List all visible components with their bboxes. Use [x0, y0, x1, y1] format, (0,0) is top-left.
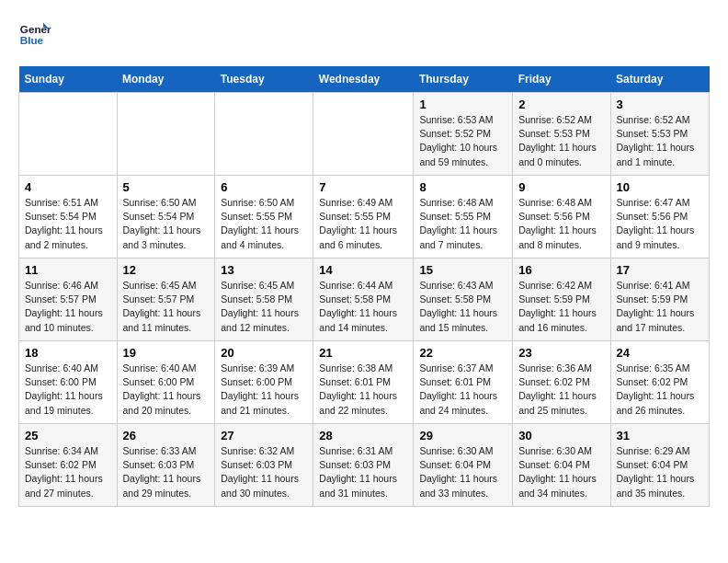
logo-icon: General Blue [18, 18, 51, 52]
calendar-cell: 2Sunrise: 6:52 AM Sunset: 5:53 PM Daylig… [513, 93, 610, 176]
day-number: 14 [319, 263, 407, 277]
calendar-cell: 22Sunrise: 6:37 AM Sunset: 6:01 PM Dayli… [414, 341, 513, 424]
day-info: Sunrise: 6:34 AM Sunset: 6:02 PM Dayligh… [25, 444, 111, 500]
day-info: Sunrise: 6:46 AM Sunset: 5:57 PM Dayligh… [25, 279, 111, 335]
calendar-week-2: 4Sunrise: 6:51 AM Sunset: 5:54 PM Daylig… [19, 176, 710, 259]
day-number: 9 [518, 180, 604, 194]
day-number: 10 [617, 180, 703, 194]
day-number: 25 [25, 429, 111, 442]
day-info: Sunrise: 6:45 AM Sunset: 5:57 PM Dayligh… [123, 279, 210, 335]
calendar-cell: 26Sunrise: 6:33 AM Sunset: 6:03 PM Dayli… [117, 424, 215, 507]
weekday-header-saturday: Saturday [610, 66, 709, 93]
calendar-header: SundayMondayTuesdayWednesdayThursdayFrid… [19, 66, 710, 93]
calendar-cell: 29Sunrise: 6:30 AM Sunset: 6:04 PM Dayli… [414, 424, 513, 507]
calendar-cell: 13Sunrise: 6:45 AM Sunset: 5:58 PM Dayli… [215, 259, 313, 341]
calendar-cell: 25Sunrise: 6:34 AM Sunset: 6:02 PM Dayli… [19, 424, 118, 507]
calendar-week-4: 18Sunrise: 6:40 AM Sunset: 6:00 PM Dayli… [19, 341, 710, 424]
day-info: Sunrise: 6:44 AM Sunset: 5:58 PM Dayligh… [319, 279, 407, 335]
day-number: 1 [419, 98, 506, 111]
weekday-header-sunday: Sunday [19, 66, 118, 93]
day-number: 16 [518, 263, 604, 277]
calendar-body: 1Sunrise: 6:53 AM Sunset: 5:52 PM Daylig… [19, 93, 710, 507]
calendar-cell: 16Sunrise: 6:42 AM Sunset: 5:59 PM Dayli… [513, 259, 610, 341]
day-info: Sunrise: 6:38 AM Sunset: 6:01 PM Dayligh… [319, 362, 407, 418]
calendar-week-1: 1Sunrise: 6:53 AM Sunset: 5:52 PM Daylig… [19, 93, 710, 176]
day-number: 3 [617, 98, 703, 111]
calendar-week-3: 11Sunrise: 6:46 AM Sunset: 5:57 PM Dayli… [19, 259, 710, 341]
weekday-header-thursday: Thursday [414, 66, 513, 93]
day-info: Sunrise: 6:33 AM Sunset: 6:03 PM Dayligh… [123, 444, 210, 500]
day-info: Sunrise: 6:52 AM Sunset: 5:53 PM Dayligh… [617, 113, 703, 169]
calendar-cell: 21Sunrise: 6:38 AM Sunset: 6:01 PM Dayli… [313, 341, 414, 424]
logo: General Blue [18, 18, 51, 52]
calendar-cell [117, 93, 215, 176]
calendar-cell: 18Sunrise: 6:40 AM Sunset: 6:00 PM Dayli… [19, 341, 118, 424]
day-number: 12 [123, 263, 210, 277]
day-info: Sunrise: 6:45 AM Sunset: 5:58 PM Dayligh… [221, 279, 307, 335]
calendar-cell: 17Sunrise: 6:41 AM Sunset: 5:59 PM Dayli… [610, 259, 709, 341]
day-number: 26 [123, 429, 210, 442]
weekday-header-row: SundayMondayTuesdayWednesdayThursdayFrid… [19, 66, 710, 93]
day-number: 5 [123, 180, 210, 194]
day-number: 13 [221, 263, 307, 277]
day-number: 22 [419, 346, 506, 360]
calendar-cell: 9Sunrise: 6:48 AM Sunset: 5:56 PM Daylig… [513, 176, 610, 259]
weekday-header-wednesday: Wednesday [313, 66, 414, 93]
day-number: 21 [319, 346, 407, 360]
calendar-cell [313, 93, 414, 176]
calendar-cell: 19Sunrise: 6:40 AM Sunset: 6:00 PM Dayli… [117, 341, 215, 424]
calendar-cell: 14Sunrise: 6:44 AM Sunset: 5:58 PM Dayli… [313, 259, 414, 341]
day-info: Sunrise: 6:40 AM Sunset: 6:00 PM Dayligh… [25, 362, 111, 418]
calendar-cell: 23Sunrise: 6:36 AM Sunset: 6:02 PM Dayli… [513, 341, 610, 424]
page-header: General Blue [18, 18, 710, 52]
weekday-header-friday: Friday [513, 66, 610, 93]
calendar-cell: 12Sunrise: 6:45 AM Sunset: 5:57 PM Dayli… [117, 259, 215, 341]
day-info: Sunrise: 6:52 AM Sunset: 5:53 PM Dayligh… [518, 113, 604, 169]
day-number: 6 [221, 180, 307, 194]
calendar-cell: 4Sunrise: 6:51 AM Sunset: 5:54 PM Daylig… [19, 176, 118, 259]
calendar-cell: 11Sunrise: 6:46 AM Sunset: 5:57 PM Dayli… [19, 259, 118, 341]
weekday-header-tuesday: Tuesday [215, 66, 313, 93]
calendar-cell [19, 93, 118, 176]
day-number: 28 [319, 429, 407, 442]
day-info: Sunrise: 6:42 AM Sunset: 5:59 PM Dayligh… [518, 279, 604, 335]
calendar-cell: 30Sunrise: 6:30 AM Sunset: 6:04 PM Dayli… [513, 424, 610, 507]
day-info: Sunrise: 6:40 AM Sunset: 6:00 PM Dayligh… [123, 362, 210, 418]
day-info: Sunrise: 6:43 AM Sunset: 5:58 PM Dayligh… [419, 279, 506, 335]
day-number: 15 [419, 263, 506, 277]
day-info: Sunrise: 6:30 AM Sunset: 6:04 PM Dayligh… [419, 444, 506, 500]
day-number: 7 [319, 180, 407, 194]
calendar-cell: 24Sunrise: 6:35 AM Sunset: 6:02 PM Dayli… [610, 341, 709, 424]
day-info: Sunrise: 6:30 AM Sunset: 6:04 PM Dayligh… [518, 444, 604, 500]
day-info: Sunrise: 6:50 AM Sunset: 5:54 PM Dayligh… [123, 196, 210, 252]
day-info: Sunrise: 6:36 AM Sunset: 6:02 PM Dayligh… [518, 362, 604, 418]
calendar-cell [215, 93, 313, 176]
day-info: Sunrise: 6:29 AM Sunset: 6:04 PM Dayligh… [617, 444, 703, 500]
day-info: Sunrise: 6:37 AM Sunset: 6:01 PM Dayligh… [419, 362, 506, 418]
calendar-cell: 1Sunrise: 6:53 AM Sunset: 5:52 PM Daylig… [414, 93, 513, 176]
calendar-cell: 27Sunrise: 6:32 AM Sunset: 6:03 PM Dayli… [215, 424, 313, 507]
calendar-cell: 31Sunrise: 6:29 AM Sunset: 6:04 PM Dayli… [610, 424, 709, 507]
calendar-cell: 15Sunrise: 6:43 AM Sunset: 5:58 PM Dayli… [414, 259, 513, 341]
day-info: Sunrise: 6:41 AM Sunset: 5:59 PM Dayligh… [617, 279, 703, 335]
day-number: 18 [25, 346, 111, 360]
calendar-cell: 28Sunrise: 6:31 AM Sunset: 6:03 PM Dayli… [313, 424, 414, 507]
day-info: Sunrise: 6:47 AM Sunset: 5:56 PM Dayligh… [617, 196, 703, 252]
calendar-cell: 3Sunrise: 6:52 AM Sunset: 5:53 PM Daylig… [610, 93, 709, 176]
day-info: Sunrise: 6:48 AM Sunset: 5:56 PM Dayligh… [518, 196, 604, 252]
calendar-cell: 7Sunrise: 6:49 AM Sunset: 5:55 PM Daylig… [313, 176, 414, 259]
day-info: Sunrise: 6:49 AM Sunset: 5:55 PM Dayligh… [319, 196, 407, 252]
day-number: 27 [221, 429, 307, 442]
day-info: Sunrise: 6:35 AM Sunset: 6:02 PM Dayligh… [617, 362, 703, 418]
day-number: 31 [617, 429, 703, 442]
day-number: 24 [617, 346, 703, 360]
day-number: 11 [25, 263, 111, 277]
day-number: 8 [419, 180, 506, 194]
day-number: 30 [518, 429, 604, 442]
day-info: Sunrise: 6:50 AM Sunset: 5:55 PM Dayligh… [221, 196, 307, 252]
day-info: Sunrise: 6:31 AM Sunset: 6:03 PM Dayligh… [319, 444, 407, 500]
calendar-table: SundayMondayTuesdayWednesdayThursdayFrid… [18, 66, 710, 507]
day-number: 17 [617, 263, 703, 277]
calendar-cell: 8Sunrise: 6:48 AM Sunset: 5:55 PM Daylig… [414, 176, 513, 259]
calendar-cell: 5Sunrise: 6:50 AM Sunset: 5:54 PM Daylig… [117, 176, 215, 259]
